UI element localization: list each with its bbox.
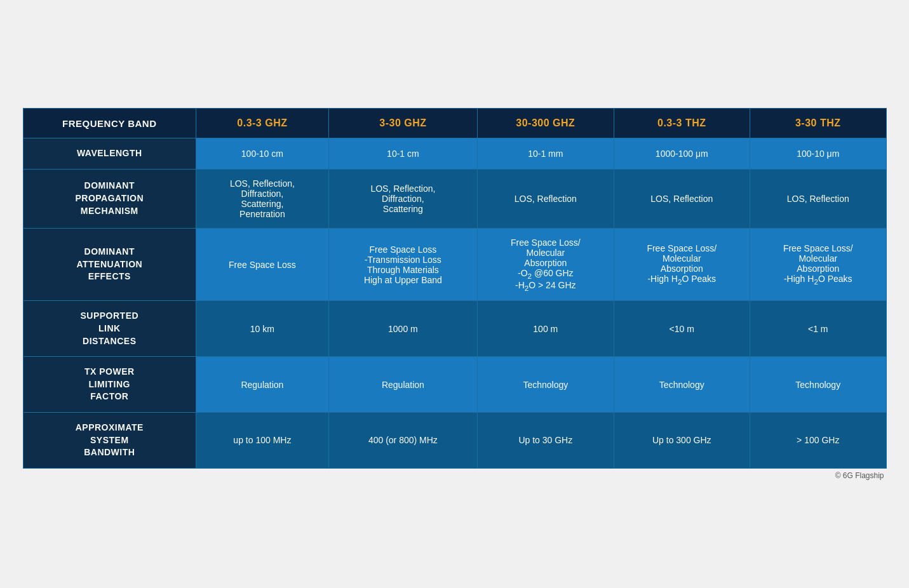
table-row-attenuation: DOMINANTATTENUATIONEFFECTSFree Space Los… — [23, 228, 886, 301]
table-row-linkdist: SUPPORTEDLINKDISTANCES10 km1000 m100 m<1… — [23, 301, 886, 357]
cell-bandwidth-col2: 400 (or 800) MHz — [328, 412, 477, 468]
cell-wavelength-col2: 10-1 cm — [328, 138, 477, 170]
header-col5: 3-30 THz — [750, 109, 887, 138]
cell-propagation-col1: LOS, Reflection,Diffraction,Scattering,P… — [196, 169, 329, 228]
cell-wavelength-col1: 100-10 cm — [196, 138, 329, 170]
header-row: FREQUENCY BAND 0.3-3 GHz 3-30 GHz 30-300… — [23, 109, 886, 138]
cell-linkdist-col1: 10 km — [196, 301, 329, 357]
cell-attenuation-col5: Free Space Loss/MolecularAbsorption-High… — [750, 228, 887, 301]
row-label-attenuation: DOMINANTATTENUATIONEFFECTS — [23, 228, 196, 301]
cell-attenuation-col2: Free Space Loss-Transmission LossThrough… — [328, 228, 477, 301]
row-label-txpower: TX POWERLIMITINGFACTOR — [23, 357, 196, 413]
main-wrapper: FREQUENCY BAND 0.3-3 GHz 3-30 GHz 30-300… — [23, 108, 887, 480]
table-row-txpower: TX POWERLIMITINGFACTORRegulationRegulati… — [23, 357, 886, 413]
row-label-bandwidth: APPROXIMATESYSTEMBANDWITH — [23, 412, 196, 468]
cell-wavelength-col4: 1000-100 μm — [614, 138, 750, 170]
cell-linkdist-col3: 100 m — [478, 301, 614, 357]
cell-bandwidth-col1: up to 100 MHz — [196, 412, 329, 468]
cell-bandwidth-col4: Up to 300 GHz — [614, 412, 750, 468]
cell-txpower-col1: Regulation — [196, 357, 329, 413]
cell-attenuation-col4: Free Space Loss/MolecularAbsorption-High… — [614, 228, 750, 301]
cell-wavelength-col3: 10-1 mm — [478, 138, 614, 170]
copyright-text: © 6G Flagship — [23, 471, 887, 480]
row-label-linkdist: SUPPORTEDLINKDISTANCES — [23, 301, 196, 357]
cell-propagation-col3: LOS, Reflection — [478, 169, 614, 228]
cell-linkdist-col5: <1 m — [750, 301, 887, 357]
cell-wavelength-col5: 100-10 μm — [750, 138, 887, 170]
row-label-wavelength: WAVELENGTH — [23, 138, 196, 170]
table-row-wavelength: WAVELENGTH100-10 cm10-1 cm10-1 mm1000-10… — [23, 138, 886, 170]
table-row-propagation: DOMINANTPROPAGATIONMECHANISMLOS, Reflect… — [23, 169, 886, 228]
header-row-label: FREQUENCY BAND — [23, 109, 196, 138]
cell-attenuation-col1: Free Space Loss — [196, 228, 329, 301]
frequency-table: FREQUENCY BAND 0.3-3 GHz 3-30 GHz 30-300… — [23, 108, 887, 469]
cell-bandwidth-col5: > 100 GHz — [750, 412, 887, 468]
cell-txpower-col2: Regulation — [328, 357, 477, 413]
table-body: WAVELENGTH100-10 cm10-1 cm10-1 mm1000-10… — [23, 138, 886, 469]
cell-propagation-col4: LOS, Reflection — [614, 169, 750, 228]
cell-txpower-col5: Technology — [750, 357, 887, 413]
header-col3: 30-300 GHz — [478, 109, 614, 138]
cell-bandwidth-col3: Up to 30 GHz — [478, 412, 614, 468]
row-label-propagation: DOMINANTPROPAGATIONMECHANISM — [23, 169, 196, 228]
cell-propagation-col2: LOS, Reflection,Diffraction,Scattering — [328, 169, 477, 228]
header-col1: 0.3-3 GHz — [196, 109, 329, 138]
header-col4: 0.3-3 THz — [614, 109, 750, 138]
cell-attenuation-col3: Free Space Loss/MolecularAbsorption-O2 @… — [478, 228, 614, 301]
cell-linkdist-col4: <10 m — [614, 301, 750, 357]
cell-txpower-col3: Technology — [478, 357, 614, 413]
cell-linkdist-col2: 1000 m — [328, 301, 477, 357]
cell-propagation-col5: LOS, Reflection — [750, 169, 887, 228]
header-col2: 3-30 GHz — [328, 109, 477, 138]
table-row-bandwidth: APPROXIMATESYSTEMBANDWITHup to 100 MHz40… — [23, 412, 886, 468]
cell-txpower-col4: Technology — [614, 357, 750, 413]
